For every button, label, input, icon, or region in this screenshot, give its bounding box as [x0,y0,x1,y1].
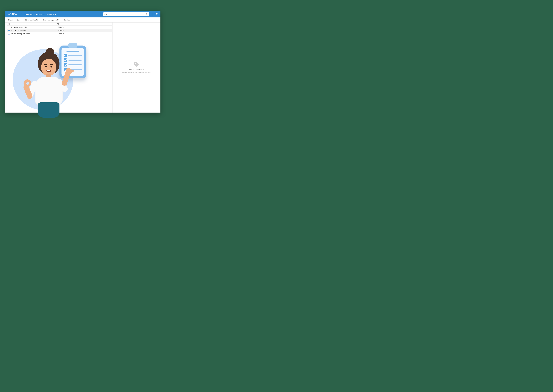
left-rail: ◂ [5,22,7,112]
svg-point-7 [156,14,156,15]
expand-handle-icon[interactable]: ◂ [5,63,7,67]
tab-checkout[interactable]: Check out yapılmış (0) [43,19,59,21]
column-type-label: Tür [57,23,60,25]
tab-recent[interactable]: Son [17,19,20,21]
app-window: M-Files. Genel Demo > 00. Bana Görevlend… [5,11,160,112]
svg-point-5 [157,14,157,14]
sort-asc-icon: ↑ [12,23,12,25]
row-type: Görünüm [57,30,74,31]
svg-point-3 [156,14,157,14]
tab-assigned[interactable]: Görevlendirilen (2) [25,19,38,21]
list-item[interactable]: 01. Geçmiş Görevlerim Görünüm [7,26,112,29]
column-headers: İsim ↑ Tür [7,22,112,26]
row-type: Görünüm [57,33,74,35]
app-logo: M-Files. [8,13,18,16]
breadcrumb[interactable]: Genel Demo > 00. Bana Görevlendirilmişle… [25,14,56,15]
list-item[interactable]: 03. Tamamladığım Görevler Görünüm [7,32,112,35]
view-icon [8,33,10,35]
svg-line-1 [147,14,148,15]
search-input[interactable] [104,14,142,15]
column-name-label: İsim [8,23,11,25]
metadata-title: Meta veri kartı [129,68,144,71]
chevron-down-icon[interactable]: ▾ [143,14,145,15]
divider [152,13,152,16]
column-type[interactable]: Tür [56,23,74,25]
tab-all[interactable]: Hepsi [8,19,13,21]
view-icon [8,30,10,31]
tab-pinned[interactable]: Sabitlenen [64,19,71,21]
row-name: 01. Geçmiş Görevlerim [11,26,57,28]
connection-icon[interactable] [20,13,22,16]
list-item[interactable]: 02. Yakın Görevlerim Görünüm [7,29,112,32]
metadata-panel: Meta veri kartı Metadatasını görüntüleme… [112,22,160,112]
row-name: 03. Tamamladığım Görevler [11,33,57,35]
column-name[interactable]: İsim ↑ [8,23,56,25]
search-box[interactable]: ▾ [103,12,149,16]
rows: 01. Geçmiş Görevlerim Görünüm 02. Yakın … [7,26,112,35]
svg-point-0 [146,14,147,15]
listing-area: İsim ↑ Tür 01. Geçmiş Görevlerim Görünüm… [7,22,112,112]
search-icon[interactable] [146,13,148,16]
tag-icon [134,62,139,68]
filters-icon[interactable] [156,13,158,16]
metadata-subtitle: Metadatasını görüntülemek için bir nesne… [122,72,151,73]
main-body: ◂ İsim ↑ Tür 01. Geçmiş Görevlerim Görün… [5,22,160,112]
row-name: 02. Yakın Görevlerim [11,30,57,31]
topbar: M-Files. Genel Demo > 00. Bana Görevlend… [5,11,160,17]
tab-strip: Hepsi Son Görevlendirilen (2) Check out … [5,17,160,22]
view-icon [8,26,10,28]
row-type: Görünüm [57,26,74,28]
